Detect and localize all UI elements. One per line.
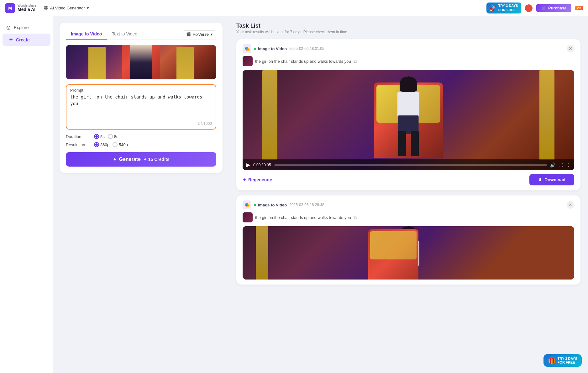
copy-icon-1[interactable]: ⧉ (354, 59, 357, 64)
purchase-label: Purchase (548, 6, 567, 10)
task-actions-1: ✦ Regenerate ⬇ Download (243, 174, 574, 185)
task-card-1-header: 🎭 Image to Video 2025-02-06 18:31:05 ✕ (243, 44, 574, 53)
task-prompt-row-2: the girl on the chair stands up and walk… (243, 212, 574, 222)
status-dot-2 (254, 204, 256, 206)
product-dropdown[interactable]: AI Video Generator ▾ (44, 6, 89, 10)
main-layout: ◎ Explore ✦ Create Image to Video Text t… (0, 16, 588, 373)
resolution-group: Resolution 360p 540p (66, 142, 128, 147)
duration-row: Duration 5s 8s (66, 134, 216, 139)
task-close-button-2[interactable]: ✕ (567, 201, 574, 209)
logo-product: Media AI (18, 7, 36, 12)
task-prompt-text-2: the girl on the chair stands up and walk… (255, 215, 351, 220)
task-type-label-1: Image to Video (254, 46, 287, 51)
product-label: AI Video Generator (50, 6, 85, 10)
task-thumbnail-2 (243, 212, 253, 222)
task-card-2: 🎭 Image to Video 2025-02-06 18:28:48 ✕ t… (236, 195, 580, 285)
task-prompt-row-1: the girl on the chair stands up and walk… (243, 56, 574, 66)
prompt-label: Prompt (70, 88, 212, 93)
resolution-360p[interactable]: 360p (94, 142, 109, 147)
generate-button[interactable]: ✦ Generate ✦ 15 Credits (66, 152, 216, 167)
logo-area[interactable]: M Wondershare Media AI (5, 3, 36, 13)
dropdown-chevron: ▾ (87, 6, 89, 10)
tab-text-to-video[interactable]: Text to Video (107, 29, 142, 40)
svg-rect-0 (44, 6, 46, 8)
create-card: Image to Video Text to Video 🎬 PixVerse … (60, 23, 223, 173)
resolution-radio-group: 360p 540p (94, 142, 128, 147)
pixverse-icon: 🎬 (186, 32, 191, 36)
tabs: Image to Video Text to Video (66, 29, 142, 40)
generate-lightning-icon: ✦ (113, 157, 117, 162)
volume-icon-1[interactable]: 🔊 (550, 163, 555, 168)
purchase-button[interactable]: 🛒 Purchase (536, 4, 572, 12)
regenerate-button-1[interactable]: ✦ Regenerate (243, 175, 272, 185)
uploaded-image-preview (66, 45, 216, 79)
cart-icon: 🛒 (541, 6, 546, 10)
radio-360p-indicator (94, 142, 99, 147)
status-dot-1 (254, 48, 256, 50)
try-free-bottom-banner[interactable]: 🎁 TRY 3 DAYS FOR FREE (543, 354, 582, 367)
try-free-bottom-text: TRY 3 DAYS FOR FREE (558, 357, 577, 364)
prompt-box[interactable]: Prompt the girl on the chair stands up a… (66, 84, 216, 130)
video-pillar-right (539, 70, 554, 160)
task-type-label-2: Image to Video (254, 203, 287, 207)
duration-group: Duration 5s 8s (66, 134, 118, 139)
copy-icon-2[interactable]: ⧉ (354, 215, 357, 220)
task-type-icon-1: 🎭 (243, 44, 251, 53)
video-controls-1: ▶ 0:00 / 0:05 🔊 ⛶ ⋮ (243, 159, 574, 170)
video-player-1[interactable]: ▶ 0:00 / 0:05 🔊 ⛶ ⋮ (243, 70, 574, 170)
download-button-1[interactable]: ⬇ Download (529, 174, 574, 185)
pixverse-selector[interactable]: 🎬 PixVerse ▾ (183, 30, 216, 38)
resolution-540p[interactable]: 540p (113, 142, 128, 147)
sidebar-item-explore-label: Explore (14, 25, 29, 30)
task-user-icon-2: 🎭 (244, 202, 250, 207)
task-list-subtitle: Your task results will be kept for 7 day… (236, 30, 580, 34)
svg-rect-2 (44, 8, 46, 10)
duration-label: Duration (66, 134, 91, 139)
topnav: M Wondershare Media AI AI Video Generato… (0, 0, 588, 16)
pixverse-chevron: ▾ (211, 32, 213, 37)
duration-5s[interactable]: 5s (94, 134, 105, 139)
task-card-2-meta: 🎭 Image to Video 2025-02-06 18:28:48 (243, 200, 324, 209)
sidebar-item-explore[interactable]: ◎ Explore (0, 21, 53, 34)
play-button-1[interactable]: ▶ (246, 162, 250, 168)
regenerate-icon-1: ✦ (243, 177, 246, 182)
logo-text: Wondershare Media AI (18, 4, 36, 12)
topnav-right: 🚀 TRY 3 DAYS FOR FREE 🛒 Purchase VIP (486, 3, 583, 13)
duration-8s[interactable]: 8s (108, 134, 118, 139)
video-time-1: 0:00 / 0:05 (253, 163, 271, 167)
task-thumbnail-1 (243, 56, 253, 66)
task-card-2-header: 🎭 Image to Video 2025-02-06 18:28:48 ✕ (243, 200, 574, 209)
video-pillar-left (262, 70, 277, 160)
task-close-button-1[interactable]: ✕ (567, 45, 574, 52)
task-card-1-meta: 🎭 Image to Video 2025-02-06 18:31:05 (243, 44, 324, 53)
download-icon-1: ⬇ (538, 177, 542, 182)
deco-pillar-right (176, 47, 194, 80)
sidebar-item-create-label: Create (16, 37, 30, 42)
svg-rect-3 (46, 8, 48, 10)
try-free-banner[interactable]: 🚀 TRY 3 DAYS FOR FREE (486, 3, 521, 13)
generate-credits: ✦ 15 Credits (143, 157, 170, 162)
user-avatar[interactable] (525, 4, 533, 12)
progress-bar-1[interactable] (274, 164, 547, 166)
image-upload-area[interactable] (66, 45, 216, 79)
video-bg-2 (243, 226, 574, 280)
tab-row: Image to Video Text to Video 🎬 PixVerse … (66, 29, 216, 40)
tab-image-to-video[interactable]: Image to Video (66, 29, 107, 40)
logo-icon: M (5, 3, 15, 13)
video-anime-figure (391, 76, 426, 158)
more-options-icon-1[interactable]: ⋮ (566, 163, 570, 168)
sidebar-item-create[interactable]: ✦ Create (3, 34, 50, 46)
task-type-icon-2: 🎭 (243, 200, 251, 209)
task-timestamp-1: 2025-02-06 18:31:05 (289, 46, 324, 51)
fullscreen-icon-1[interactable]: ⛶ (559, 163, 563, 168)
task-list-title: Task List (236, 23, 580, 29)
pixverse-label: PixVerse (193, 32, 209, 37)
prompt-textarea[interactable]: the girl on the chair stands up and walk… (70, 94, 212, 119)
deco-pillar-left (88, 47, 106, 80)
task-list-header: Task List Your task results will be kept… (236, 23, 580, 34)
video-player-2[interactable] (243, 226, 574, 280)
create-icon: ✦ (9, 37, 13, 43)
radio-5s-indicator (94, 134, 99, 139)
vip-badge: VIP (575, 6, 583, 10)
resolution-label: Resolution (66, 142, 91, 147)
